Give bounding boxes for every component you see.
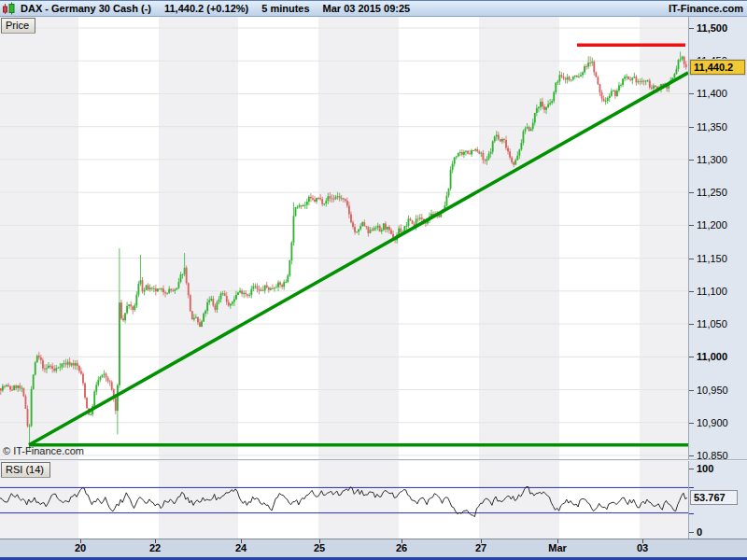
tab-price[interactable]: Price xyxy=(1,18,35,34)
candle-body xyxy=(13,385,15,390)
candle-body xyxy=(201,321,203,327)
candle-body xyxy=(354,227,356,232)
candle-body xyxy=(523,132,525,143)
candle-body xyxy=(248,295,250,296)
rsi-chart-plot[interactable] xyxy=(0,461,688,539)
price-axis-tick xyxy=(689,160,694,161)
price-axis[interactable]: 11,50011,45011,40011,35011,30011,25011,2… xyxy=(688,17,747,459)
candle-body xyxy=(161,288,162,289)
candle-body xyxy=(19,385,21,388)
candle-body xyxy=(333,199,335,200)
candle-body xyxy=(534,113,536,122)
candle-body xyxy=(350,214,352,222)
candle-body xyxy=(385,224,387,230)
candle-body xyxy=(572,77,574,79)
candle-body xyxy=(80,371,82,374)
price-axis-label: 10,900 xyxy=(697,417,728,428)
last-price-badge: 11,440.2 xyxy=(690,60,745,75)
candle-body xyxy=(182,274,184,275)
candle-body xyxy=(584,66,585,72)
price-axis-label: 11,500 xyxy=(697,22,727,34)
symbol-title: DAX - Germany 30 Cash (-) xyxy=(21,3,151,14)
candle-body xyxy=(144,290,146,292)
price-axis-tick xyxy=(689,455,694,456)
time-axis[interactable]: 202224252627Mar03 xyxy=(0,539,747,560)
candle-body xyxy=(9,386,11,390)
candle-body xyxy=(390,230,392,233)
candle-body xyxy=(598,77,599,85)
candle-body xyxy=(63,363,65,364)
candle-body xyxy=(69,362,71,366)
candle-body xyxy=(680,59,682,60)
candle-body xyxy=(421,217,423,218)
candle-body xyxy=(283,282,285,287)
session-band xyxy=(0,17,78,459)
candle-body xyxy=(352,222,354,227)
copyright-label: © IT-Finance.com xyxy=(3,445,84,456)
candle-body xyxy=(195,317,197,318)
candlestick-chart-icon xyxy=(2,2,16,15)
candle-body xyxy=(277,283,279,287)
price-axis-tick xyxy=(689,28,694,29)
candle-body xyxy=(547,105,549,107)
candle-body xyxy=(49,366,51,367)
session-band xyxy=(640,17,688,459)
price-axis-label: 11,400 xyxy=(697,88,727,99)
candle-body xyxy=(417,219,419,220)
tab-rsi[interactable]: RSI (14) xyxy=(1,462,50,478)
rsi-axis[interactable]: 100053.767 xyxy=(688,461,747,539)
candle-body xyxy=(476,149,478,151)
candle-body xyxy=(29,426,31,427)
price-chart-plot[interactable] xyxy=(0,17,688,459)
candle-body xyxy=(306,202,308,204)
candle-body xyxy=(21,388,22,389)
candle-body xyxy=(607,98,609,101)
candle-body xyxy=(331,198,333,199)
title-bar: DAX - Germany 30 Cash (-) 11,440.2 (+0.1… xyxy=(0,0,747,17)
candle-body xyxy=(469,153,471,154)
candle-body xyxy=(337,196,339,197)
candle-body xyxy=(149,287,151,289)
candle-body xyxy=(595,72,597,77)
price-axis-tick xyxy=(689,423,694,424)
candle-body xyxy=(599,84,601,92)
candle-body xyxy=(53,369,55,371)
candle-body xyxy=(631,77,633,80)
candle-body xyxy=(611,91,613,96)
candle-body xyxy=(474,149,476,150)
candle-body xyxy=(400,229,402,232)
candle-body xyxy=(465,151,467,152)
candle-body xyxy=(77,363,78,366)
candle-body xyxy=(518,149,520,156)
candle-body xyxy=(23,388,25,397)
candle-body xyxy=(549,103,551,104)
candle-body xyxy=(574,76,576,77)
chart-window: DAX - Germany 30 Cash (-) 11,440.2 (+0.1… xyxy=(0,0,747,560)
candle-body xyxy=(208,301,210,302)
candle-body xyxy=(119,302,120,385)
candle-body xyxy=(682,57,684,60)
candle-body xyxy=(250,289,252,295)
candle-body xyxy=(580,75,582,76)
session-band xyxy=(159,17,238,459)
time-axis-label: 27 xyxy=(475,542,486,553)
candle-body xyxy=(86,398,88,408)
candle-body xyxy=(212,299,214,305)
candle-body xyxy=(104,373,106,374)
candle-body xyxy=(640,81,641,82)
price-axis-tick xyxy=(689,259,694,259)
candle-body xyxy=(295,207,297,216)
candle-body xyxy=(237,292,239,295)
candle-body xyxy=(55,368,57,371)
candle-body xyxy=(285,282,287,283)
price-change: (+0.12%) xyxy=(206,3,248,14)
candle-body xyxy=(178,282,180,288)
candle-body xyxy=(678,60,680,69)
candle-body xyxy=(509,151,511,157)
candle-body xyxy=(287,275,289,282)
candle-body xyxy=(383,224,385,231)
candle-body xyxy=(210,299,212,301)
candle-body xyxy=(374,228,375,231)
candle-body xyxy=(142,280,144,291)
candle-body xyxy=(593,62,595,72)
